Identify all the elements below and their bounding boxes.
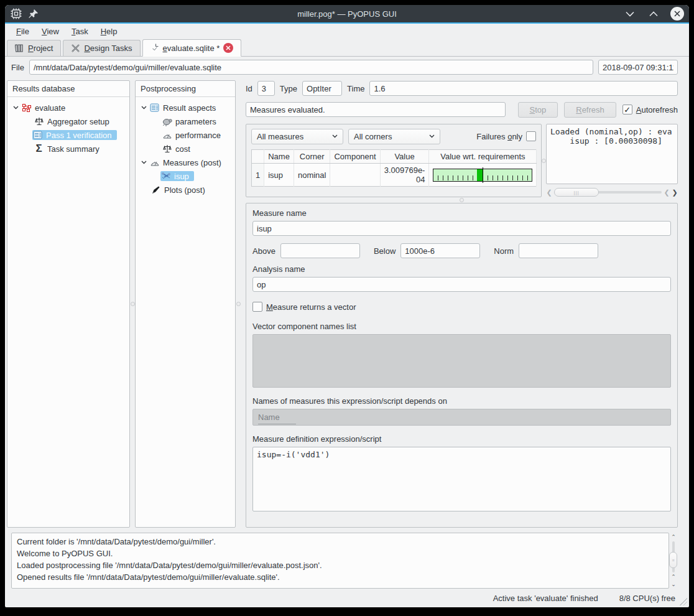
tree-item-measures-post[interactable]: Measures (post) (138, 156, 233, 169)
tree-item-label: isup (174, 172, 189, 181)
col-name[interactable]: Name (264, 150, 294, 164)
checkbox-unchecked[interactable] (252, 302, 262, 312)
col-value[interactable]: Value (380, 150, 429, 164)
tree-item-label: Aggregator setup (47, 117, 109, 126)
tree-item-isup[interactable]: isup (138, 169, 233, 183)
scroll-right-icon[interactable]: ❯ (672, 189, 678, 197)
postprocessing-tree: Result aspects parameters performance (136, 97, 235, 200)
tree-item-pass-1-verification[interactable]: Pass 1 verification (10, 128, 127, 142)
scale-icon (162, 144, 172, 154)
col-component[interactable]: Component (330, 150, 380, 164)
splitter-output[interactable] (542, 124, 546, 197)
close-circle-icon[interactable] (223, 43, 233, 53)
corner-filter-select[interactable]: All corners (348, 129, 440, 144)
file-path-input[interactable] (29, 60, 593, 75)
failures-only-checkbox[interactable]: Failures only (476, 131, 536, 141)
status-message-field[interactable] (246, 102, 506, 117)
stop-button[interactable]: Stop (518, 102, 558, 118)
results-database-title: Results database (7, 81, 129, 97)
autorefresh-checkbox[interactable]: ✓ Autorefresh (622, 105, 678, 114)
above-input[interactable] (280, 243, 360, 258)
tree-item-cost[interactable]: cost (138, 142, 233, 156)
vector-components-list (252, 334, 671, 388)
tree-item-evaluate[interactable]: evaluate (10, 101, 127, 114)
pen-icon (150, 185, 161, 195)
splitter-form[interactable] (246, 197, 678, 203)
tree-item-performance[interactable]: performance (138, 128, 233, 142)
scroll-down-icon[interactable]: ⌄ (671, 581, 676, 587)
postprocessing-title: Postprocessing (136, 81, 235, 97)
statusbar: Active task 'evaluate' finished 8/8 CPU(… (5, 589, 689, 607)
tab-project[interactable]: Project (7, 40, 61, 56)
spray-icon (162, 116, 172, 126)
below-input[interactable] (400, 243, 480, 258)
measure-name-input[interactable] (252, 221, 671, 236)
expression-label: Measure definition expression/script (252, 434, 671, 444)
graph-icon (21, 103, 32, 113)
menu-file[interactable]: File (11, 26, 34, 37)
table-row[interactable]: 1 isup nominal 3.009769e-04 (252, 164, 537, 187)
tree-item-plots-post[interactable]: Plots (post) (138, 183, 233, 197)
scroll-left-icon[interactable]: ❮ (546, 189, 552, 197)
chevron-down-icon[interactable] (138, 161, 149, 164)
tree-item-label: evaluate (35, 103, 65, 113)
tree-item-task-summary[interactable]: Σ Task summary (10, 142, 127, 156)
tree-item-result-aspects[interactable]: Result aspects (138, 101, 233, 114)
pin-icon[interactable] (29, 9, 39, 19)
log-output[interactable]: Current folder is '/mnt/data/Data/pytest… (11, 533, 669, 589)
type-label: Type (280, 84, 297, 93)
id-label: Id (246, 84, 252, 93)
col-corner[interactable]: Corner (294, 150, 330, 164)
file-timestamp[interactable] (598, 60, 678, 75)
tab-evaluate-sqlite[interactable]: evaluate.sqlite * (142, 39, 242, 57)
evaluation-output[interactable]: Loaded (nominal,op) : eva isup : [0.0003… (546, 124, 678, 184)
id-field[interactable] (257, 81, 275, 96)
scrollbar-thumb[interactable]: ||| (554, 188, 599, 197)
file-label: File (11, 63, 24, 72)
refresh-button[interactable]: Refresh (564, 102, 616, 118)
scroll-up-icon[interactable]: ⌃ (671, 534, 676, 540)
menu-task[interactable]: Task (67, 26, 93, 37)
tools-icon (71, 44, 80, 53)
requirements-gauge (433, 169, 532, 182)
checkbox-unchecked[interactable] (526, 131, 536, 141)
log-vscrollbar[interactable]: ⌃ ≡ ⌃ ⌄ (669, 533, 678, 589)
type-field[interactable] (302, 81, 342, 96)
chevron-down-icon[interactable] (138, 106, 149, 110)
expression-editor[interactable]: isup=-i('vdd1') (252, 447, 671, 511)
main-area: Results database evaluate (5, 78, 689, 531)
tree-item-aggregator-setup[interactable]: Aggregator setup (10, 114, 127, 128)
checkbox-checked-icon[interactable]: ✓ (622, 105, 632, 114)
vector-checkbox[interactable]: Measure returns a vector (252, 302, 671, 312)
chevron-down-icon[interactable] (10, 106, 21, 110)
splitter-middle[interactable] (236, 80, 241, 528)
col-value-wrt-requirements[interactable]: Value wrt. requirements (429, 150, 537, 164)
norm-label: Norm (494, 246, 514, 256)
sigma-icon: Σ (34, 144, 44, 154)
menu-view[interactable]: View (37, 26, 64, 37)
vector-components-label: Vector component names list (252, 322, 671, 331)
time-field[interactable] (369, 81, 678, 96)
norm-input[interactable] (519, 243, 598, 258)
menu-help[interactable]: Help (96, 26, 123, 37)
tabbar: Project Design Tasks evaluate.sqlite * (5, 39, 689, 57)
output-hscrollbar[interactable]: ❮ ||| ❮ ❯ (546, 187, 678, 197)
measure-filter-select[interactable]: All measures (251, 129, 343, 144)
minimize-icon[interactable] (623, 7, 637, 21)
tab-design-tasks[interactable]: Design Tasks (63, 40, 140, 56)
depends-name-column[interactable]: Name (258, 411, 296, 424)
log-line: Current folder is '/mnt/data/Data/pytest… (17, 536, 664, 548)
analysis-name-input[interactable] (252, 277, 671, 292)
splitter-left[interactable] (130, 80, 135, 528)
scrollbar-thumb[interactable]: ≡ (669, 552, 677, 568)
tree-item-parameters[interactable]: parameters (138, 114, 233, 128)
scroll-up-icon[interactable]: ⌃ (671, 574, 676, 580)
file-icon (150, 43, 159, 53)
maximize-icon[interactable] (647, 7, 660, 21)
tree-item-label: parameters (175, 117, 216, 126)
time-label: Time (347, 84, 364, 93)
resize-grip-icon[interactable] (680, 598, 687, 605)
scale-icon (34, 116, 44, 126)
close-icon[interactable] (670, 7, 684, 21)
scroll-left-icon[interactable]: ❮ (664, 189, 670, 197)
